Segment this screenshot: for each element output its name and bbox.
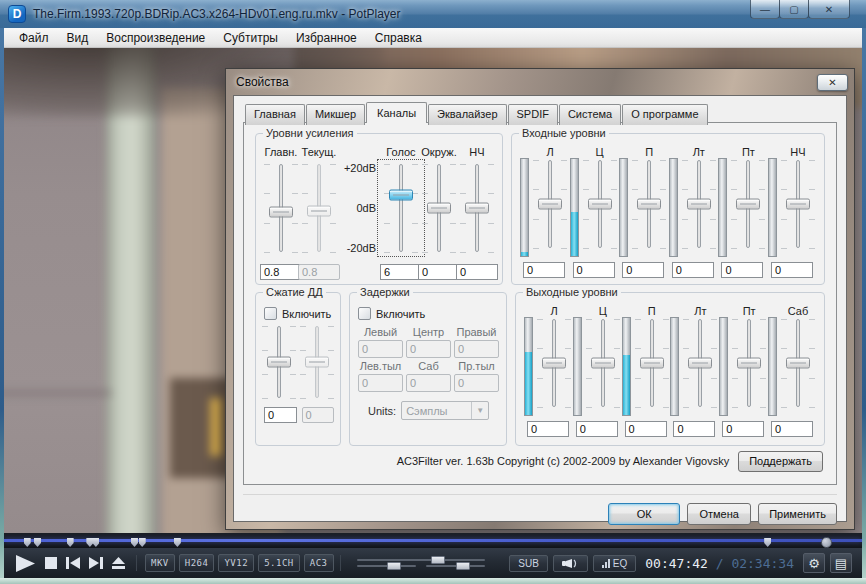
bookmark-pin[interactable] <box>86 538 93 547</box>
vertical-slider[interactable] <box>264 162 298 254</box>
gain-value-box[interactable]: 0.8 <box>260 264 302 280</box>
vertical-slider[interactable] <box>781 317 815 409</box>
ok-button[interactable]: ОК <box>608 503 680 525</box>
tab-Эквалайзер[interactable]: Эквалайзер <box>428 104 506 125</box>
channel-value-box[interactable]: 0 <box>573 262 615 278</box>
menu-item-1[interactable]: Вид <box>58 29 98 47</box>
gain-value-box[interactable]: 0 <box>456 264 498 280</box>
format-badge-MKV[interactable]: MKV <box>145 554 175 572</box>
tab-SPDIF[interactable]: SPDIF <box>508 104 558 125</box>
mini-slider-thumb[interactable] <box>456 562 470 570</box>
vertical-slider[interactable] <box>422 162 456 254</box>
bookmark-pin[interactable] <box>24 538 31 547</box>
slider-thumb[interactable] <box>305 357 329 368</box>
vertical-slider[interactable] <box>586 317 620 409</box>
slider-thumb[interactable] <box>588 199 612 210</box>
slider-thumb[interactable] <box>737 358 761 369</box>
channel-value-box[interactable]: 0 <box>527 421 569 437</box>
channel-value-box[interactable]: 0 <box>721 262 763 278</box>
slider-thumb[interactable] <box>465 203 489 214</box>
slider-thumb[interactable] <box>736 199 760 210</box>
slider-thumb[interactable] <box>389 190 413 201</box>
vertical-slider[interactable] <box>635 317 669 409</box>
close-button[interactable]: ✕ <box>808 0 850 19</box>
menu-item-3[interactable]: Субтитры <box>214 29 287 47</box>
support-button[interactable]: Поддержать <box>738 451 823 472</box>
mini-slider-top[interactable] <box>357 559 485 561</box>
vertical-slider[interactable] <box>781 158 815 250</box>
equalizer-button[interactable]: EQ <box>593 555 636 572</box>
vertical-slider[interactable] <box>682 158 716 250</box>
channel-value-box[interactable]: 0 <box>576 421 618 437</box>
settings-gear-button[interactable]: ⚙ <box>803 553 825 573</box>
seek-bar[interactable] <box>4 533 862 548</box>
channel-value-box[interactable]: 0 <box>622 262 664 278</box>
slider-thumb[interactable] <box>591 358 615 369</box>
minimize-button[interactable]: — <box>750 0 780 19</box>
channel-value-box[interactable]: 0 <box>771 262 813 278</box>
mini-slider-thumb[interactable] <box>387 562 401 570</box>
apply-button[interactable]: Применить <box>758 503 837 525</box>
vertical-slider[interactable] <box>683 317 717 409</box>
mini-slider-thumb[interactable] <box>431 556 445 564</box>
channel-value-box[interactable]: 0 <box>523 262 565 278</box>
format-badge-5.1CH[interactable]: 5.1CH <box>258 554 300 572</box>
subtitles-button[interactable]: SUB <box>509 555 548 572</box>
channel-value-box[interactable]: 0 <box>771 421 813 437</box>
delay-value-box[interactable]: 0 <box>406 340 451 358</box>
slider-thumb[interactable] <box>427 203 451 214</box>
delay-value-box[interactable]: 0 <box>406 374 451 392</box>
gain-value-box[interactable]: 6 <box>380 264 422 280</box>
delays-enable-checkbox[interactable] <box>358 307 371 320</box>
tab-Система[interactable]: Система <box>559 104 621 125</box>
vertical-slider[interactable] <box>300 324 334 400</box>
slider-thumb[interactable] <box>542 358 566 369</box>
cancel-button[interactable]: Отмена <box>687 503 751 525</box>
channel-value-box[interactable]: 0 <box>673 421 715 437</box>
delay-value-box[interactable]: 0 <box>358 340 403 358</box>
gain-value-box[interactable]: 0 <box>418 264 460 280</box>
play-button[interactable] <box>14 555 36 572</box>
mini-slider-right[interactable] <box>426 565 485 567</box>
gain-value-box[interactable]: 0.8 <box>298 264 340 280</box>
slider-thumb[interactable] <box>269 206 293 217</box>
tab-О программе[interactable]: О программе <box>622 104 707 125</box>
drc-value-box[interactable]: 0 <box>302 407 335 423</box>
dialog-close-button[interactable]: ✕ <box>817 74 848 91</box>
vertical-slider[interactable] <box>302 162 336 254</box>
channel-value-box[interactable]: 0 <box>625 421 667 437</box>
bookmark-pin[interactable] <box>131 538 138 547</box>
next-button[interactable] <box>89 557 103 569</box>
slider-thumb[interactable] <box>637 199 661 210</box>
slider-thumb[interactable] <box>640 358 664 369</box>
maximize-button[interactable]: ▢ <box>779 0 809 19</box>
slider-thumb[interactable] <box>688 358 712 369</box>
slider-thumb[interactable] <box>687 199 711 210</box>
vertical-slider[interactable] <box>384 162 418 254</box>
tab-Микшер[interactable]: Микшер <box>306 104 365 125</box>
menu-item-2[interactable]: Воспроизведение <box>97 29 214 47</box>
bookmark-pin[interactable] <box>67 538 74 547</box>
bookmark-pin[interactable] <box>174 538 181 547</box>
delay-value-box[interactable]: 0 <box>454 340 499 358</box>
menu-item-0[interactable]: Файл <box>10 29 58 47</box>
eject-button[interactable] <box>112 557 125 569</box>
vertical-slider[interactable] <box>583 158 617 250</box>
tab-Каналы[interactable]: Каналы <box>366 102 427 123</box>
tab-Главная[interactable]: Главная <box>245 104 305 125</box>
vertical-slider[interactable] <box>533 158 567 250</box>
titlebar[interactable]: D The.Firm.1993.720p.BDRip.AC3.x264-HDv0… <box>0 0 866 28</box>
mini-slider-left[interactable] <box>357 565 416 567</box>
bookmark-pin[interactable] <box>139 538 146 547</box>
slider-thumb[interactable] <box>538 199 562 210</box>
drc-value-box[interactable]: 0 <box>264 407 297 423</box>
channel-value-box[interactable]: 0 <box>672 262 714 278</box>
stop-button[interactable] <box>45 557 57 569</box>
delay-value-box[interactable]: 0 <box>454 374 499 392</box>
vertical-slider[interactable] <box>732 317 766 409</box>
delay-value-box[interactable]: 0 <box>358 374 403 392</box>
menu-item-5[interactable]: Справка <box>366 29 431 47</box>
format-badge-H264[interactable]: H264 <box>179 554 215 572</box>
previous-button[interactable] <box>66 557 80 569</box>
menu-item-4[interactable]: Избранное <box>287 29 366 47</box>
